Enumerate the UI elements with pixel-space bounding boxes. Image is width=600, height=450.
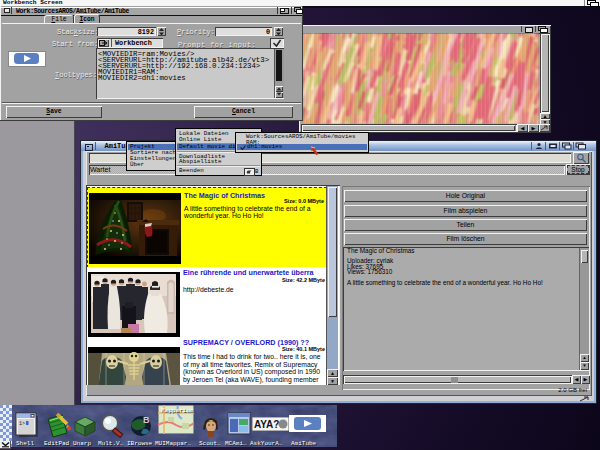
svg-text:B: B	[143, 415, 150, 425]
svg-text:Mapparium: Mapparium	[161, 407, 194, 414]
svg-text:AYA?: AYA?	[254, 419, 279, 430]
svg-text:1>: 1>	[19, 421, 25, 427]
